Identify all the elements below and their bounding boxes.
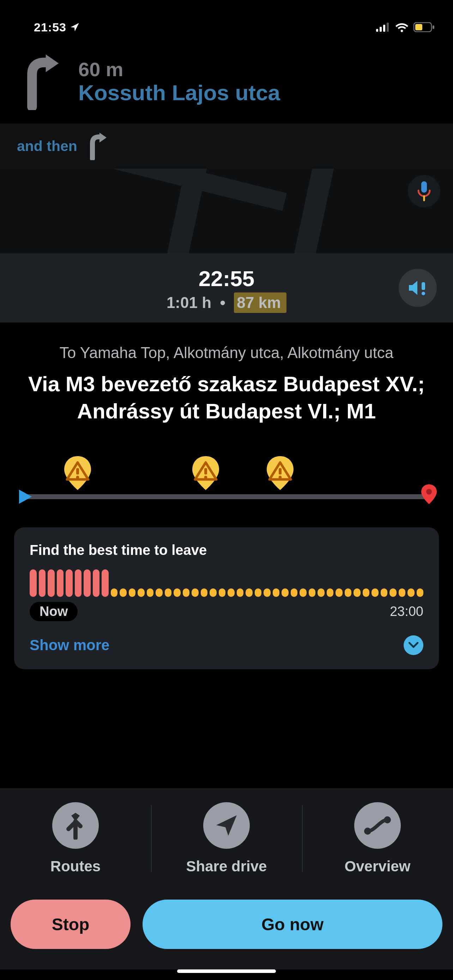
traffic-bar xyxy=(335,589,343,597)
svg-rect-5 xyxy=(415,24,422,30)
traffic-bar xyxy=(345,589,352,597)
traffic-bar xyxy=(407,589,415,597)
traffic-bar xyxy=(102,570,109,597)
traffic-bar xyxy=(183,589,190,597)
next-turn-panel: 60 m Kossuth Lajos utca xyxy=(0,42,453,124)
traffic-bar xyxy=(66,570,73,597)
eta-arrival-time: 22:55 xyxy=(0,266,453,291)
svg-point-13 xyxy=(76,476,79,479)
svg-rect-14 xyxy=(204,468,207,474)
expand-button[interactable] xyxy=(404,635,423,655)
traffic-bar xyxy=(93,570,100,597)
traffic-bar xyxy=(84,570,91,597)
turn-right-small-icon xyxy=(86,132,109,160)
traffic-bar xyxy=(138,589,145,597)
svg-rect-1 xyxy=(380,27,382,32)
svg-point-11 xyxy=(426,489,432,495)
traffic-bar xyxy=(318,589,324,597)
best-time-title: Find the best time to leave xyxy=(30,542,423,558)
traffic-histogram xyxy=(30,566,423,597)
traffic-bar xyxy=(219,589,226,597)
routes-label: Routes xyxy=(51,858,100,875)
traffic-bar xyxy=(57,570,64,597)
traffic-bar xyxy=(30,570,37,597)
traffic-bar xyxy=(147,589,154,597)
and-then-strip: and then xyxy=(0,124,453,169)
eta-subline: 1:01 h • 87 km xyxy=(0,293,453,313)
traffic-bar xyxy=(381,589,388,597)
overview-label: Overview xyxy=(345,858,411,875)
turn-right-icon xyxy=(20,54,62,110)
route-summary: To Yamaha Top, Alkotmány utca, Alkotmány… xyxy=(0,323,453,425)
traffic-bar xyxy=(281,589,289,597)
traffic-bar xyxy=(327,589,334,597)
bottom-button-row: Stop Go now xyxy=(0,890,453,969)
cell-signal-icon xyxy=(376,22,390,32)
speaker-alert-icon xyxy=(407,279,428,297)
hazard-pin-icon[interactable] xyxy=(61,456,95,497)
overview-button[interactable]: Overview xyxy=(302,802,453,875)
status-bar: 21:53 xyxy=(0,0,453,42)
traffic-bar xyxy=(363,589,370,597)
svg-point-17 xyxy=(279,476,282,479)
traffic-bar xyxy=(309,589,316,597)
traffic-bar xyxy=(372,589,378,597)
wifi-icon xyxy=(395,22,408,32)
svg-rect-9 xyxy=(421,282,425,290)
traffic-bar xyxy=(111,589,118,597)
status-time: 21:53 xyxy=(34,21,66,34)
traffic-bar xyxy=(291,589,298,597)
best-time-card[interactable]: Find the best time to leave Now 23:00 Sh… xyxy=(14,527,439,669)
traffic-bar xyxy=(173,589,181,597)
routes-button[interactable]: Routes xyxy=(0,802,151,875)
share-drive-button[interactable]: Share drive xyxy=(151,802,302,875)
traffic-bar xyxy=(389,589,397,597)
svg-point-15 xyxy=(204,476,207,479)
via-line: Via M3 bevezető szakasz Budapest XV.; An… xyxy=(27,371,426,425)
traffic-bar xyxy=(129,589,136,597)
traffic-bar xyxy=(119,589,127,597)
traffic-bar xyxy=(255,589,262,597)
end-time-label: 23:00 xyxy=(390,604,423,619)
traffic-bar xyxy=(210,589,217,597)
svg-rect-3 xyxy=(387,22,389,32)
routes-icon xyxy=(64,811,87,840)
show-more-link[interactable]: Show more xyxy=(30,637,110,654)
eta-duration: 1:01 h xyxy=(167,294,211,311)
eta-panel[interactable]: 22:55 1:01 h • 87 km xyxy=(0,253,453,323)
svg-rect-7 xyxy=(421,181,427,192)
traffic-bar xyxy=(264,589,270,597)
traffic-bar xyxy=(399,589,406,597)
traffic-bar xyxy=(300,589,307,597)
traffic-bar xyxy=(227,589,235,597)
map-preview[interactable] xyxy=(0,169,453,253)
location-services-icon xyxy=(70,22,80,32)
traffic-bar xyxy=(156,589,163,597)
traffic-bar xyxy=(192,589,199,597)
svg-point-10 xyxy=(421,292,425,295)
sound-alerts-button[interactable] xyxy=(399,269,437,307)
traffic-bar xyxy=(416,589,424,597)
action-row: Routes Share drive Overview xyxy=(0,788,453,890)
traffic-bar xyxy=(165,589,172,597)
hazard-pin-icon[interactable] xyxy=(263,456,297,497)
overview-icon xyxy=(363,815,392,836)
route-timeline[interactable] xyxy=(20,450,433,506)
paper-plane-icon xyxy=(214,813,239,838)
traffic-bar xyxy=(273,589,280,597)
traffic-bar xyxy=(353,589,361,597)
svg-rect-16 xyxy=(279,468,281,474)
home-indicator[interactable] xyxy=(177,969,276,973)
share-drive-label: Share drive xyxy=(186,858,267,875)
hazard-pin-icon[interactable] xyxy=(189,456,223,497)
traffic-bar xyxy=(48,570,55,597)
voice-command-button[interactable] xyxy=(408,175,440,207)
svg-rect-6 xyxy=(432,25,434,29)
destination-line: To Yamaha Top, Alkotmány utca, Alkotmány… xyxy=(27,342,426,363)
go-now-button[interactable]: Go now xyxy=(143,900,442,949)
chevron-down-icon xyxy=(408,642,418,648)
traffic-bar xyxy=(201,589,208,597)
svg-rect-0 xyxy=(376,29,378,32)
stop-button[interactable]: Stop xyxy=(11,900,130,949)
and-then-label: and then xyxy=(17,138,77,154)
